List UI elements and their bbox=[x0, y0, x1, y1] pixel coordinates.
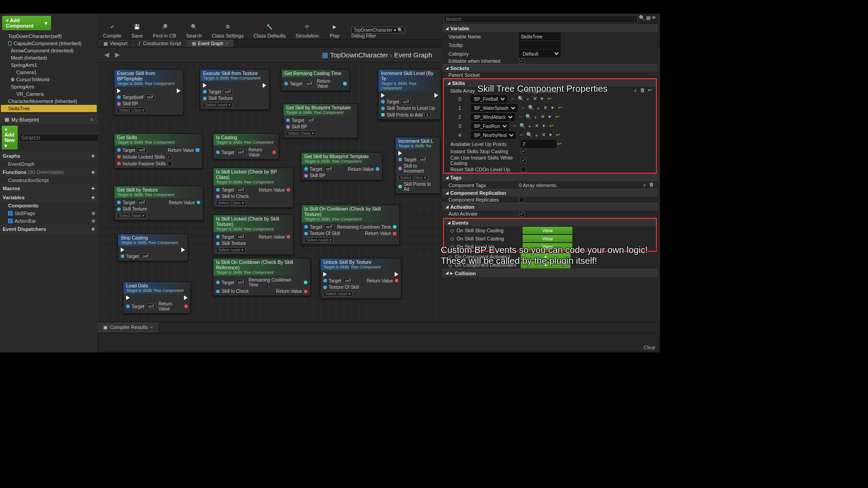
tree-mesh[interactable]: Mesh (Inherited) bbox=[1, 54, 97, 61]
tab-construction[interactable]: ƒ Construction Script bbox=[133, 40, 186, 47]
tree-arrow[interactable]: ArrowComponent (Inherited) bbox=[1, 47, 97, 54]
sec-events[interactable]: Events bbox=[444, 219, 656, 226]
trash-icon[interactable]: 🗑 bbox=[649, 182, 654, 188]
add-icon[interactable]: ＋ bbox=[533, 132, 539, 139]
add-var[interactable]: + bbox=[91, 194, 95, 201]
node-locked-tex[interactable]: Is Skill Locked (Check by Skill Texture)… bbox=[213, 215, 293, 255]
skillpage-var[interactable]: SkillPage◉ bbox=[0, 209, 98, 217]
skill-select[interactable]: BP_FireBall bbox=[471, 95, 507, 103]
my-blueprint-tab[interactable]: ▦ My Blueprint × bbox=[0, 115, 98, 124]
node-load-data[interactable]: Load DataTarget is Skills Tree Component… bbox=[123, 282, 191, 314]
skill-select[interactable]: BP_NearbyHeal bbox=[471, 131, 515, 139]
clear-button[interactable]: Clear bbox=[644, 345, 656, 350]
search-icon[interactable]: 🔍 bbox=[526, 132, 532, 139]
replicates-checkbox[interactable] bbox=[519, 197, 524, 202]
arrow-left-icon[interactable]: ← bbox=[521, 105, 526, 112]
node-get-skill-bp1[interactable]: Get Skill by Blueprint TemplateTarget is… bbox=[283, 103, 358, 138]
cat-functions[interactable]: Functions (30 Overridable)+ bbox=[0, 168, 98, 177]
node-cd-tex[interactable]: Is Skill On Cooldown (Check by Skill Tex… bbox=[301, 205, 400, 245]
sec-activation[interactable]: Activation bbox=[442, 203, 658, 211]
add-func[interactable]: + bbox=[91, 169, 95, 176]
close-icon[interactable]: × bbox=[226, 41, 228, 46]
reset-icon[interactable]: ↩ bbox=[554, 114, 560, 121]
add-component-button[interactable]: + Add Component▾ bbox=[2, 16, 51, 30]
reset-icon[interactable]: ↩ bbox=[547, 96, 552, 103]
sec-tags[interactable]: Tags bbox=[442, 174, 658, 181]
eventgraph-item[interactable]: EventGraph bbox=[0, 160, 98, 168]
reset-icon[interactable]: ↩ bbox=[647, 87, 652, 94]
reset-icon[interactable]: ↩ bbox=[557, 105, 562, 112]
reset-cd-checkbox[interactable] bbox=[521, 167, 526, 172]
remove-icon[interactable]: ✕ bbox=[540, 114, 545, 121]
my-bp-search[interactable] bbox=[19, 134, 100, 142]
view-button[interactable]: View bbox=[523, 235, 572, 242]
tree-camera1[interactable]: Camera1 bbox=[1, 69, 97, 76]
tree-cursor[interactable]: CursorToWorld bbox=[1, 76, 97, 83]
node-stop-casting[interactable]: Stop CastingTarget is Skills Tree Compon… bbox=[118, 234, 188, 261]
search-icon[interactable]: 🔍 bbox=[525, 114, 531, 121]
arrow-left-icon[interactable]: ← bbox=[518, 114, 524, 121]
sec-sockets[interactable]: Sockets bbox=[442, 64, 658, 72]
chevron-down-icon[interactable]: ▾ bbox=[548, 132, 553, 139]
sec-variable[interactable]: Variable bbox=[442, 24, 658, 32]
add-event-button[interactable]: + bbox=[521, 261, 571, 268]
trash-icon[interactable]: 🗑 bbox=[640, 87, 645, 94]
arrow-left-icon[interactable]: ← bbox=[512, 123, 518, 130]
skill-select[interactable]: BP_WaterSplash bbox=[471, 104, 517, 112]
tree-charmove[interactable]: CharacterMovement (Inherited) bbox=[1, 98, 97, 105]
compile-button[interactable]: ✔Compile bbox=[102, 21, 122, 38]
chevron-down-icon[interactable]: ▾ bbox=[547, 114, 552, 121]
node-get-skills[interactable]: Get SkillsTarget is Skills Tree Componen… bbox=[114, 133, 203, 169]
tree-springarm1[interactable]: SpringArm1 bbox=[1, 61, 97, 69]
arrow-left-icon[interactable]: ← bbox=[510, 96, 516, 103]
add-new-button[interactable]: + Add New ▾ bbox=[2, 126, 18, 150]
compiler-tab[interactable]: ▣ Compiler Results × bbox=[98, 323, 158, 332]
grid-icon[interactable]: ▦ bbox=[646, 15, 651, 23]
cat-dispatch[interactable]: Event Dispatchers+ bbox=[0, 225, 98, 234]
add-macro[interactable]: + bbox=[91, 185, 95, 192]
node-get-skill-bp2[interactable]: Get Skill by Blueprint TemplateTarget is… bbox=[301, 152, 382, 180]
close-icon[interactable]: × bbox=[90, 117, 93, 122]
search-icon[interactable]: 🔍 bbox=[528, 105, 533, 112]
search-button[interactable]: 🔍Search bbox=[185, 21, 203, 38]
cat-variables[interactable]: Variables+ bbox=[0, 193, 98, 202]
node-is-casting[interactable]: Is CastingTarget is Skills Tree Componen… bbox=[213, 133, 279, 160]
tree-springarm[interactable]: SpringArm bbox=[1, 83, 97, 90]
add-icon[interactable]: ＋ bbox=[527, 123, 532, 130]
view-button[interactable]: View bbox=[523, 243, 572, 250]
points-input[interactable] bbox=[521, 140, 556, 148]
chevron-down-icon[interactable]: ▾ bbox=[550, 105, 555, 112]
skill-select[interactable]: BP_WindAttack bbox=[471, 113, 514, 121]
play-button[interactable]: ▶Play bbox=[328, 21, 341, 38]
node-cd-ref[interactable]: Is Skill On Cooldown (Check By Skill Ref… bbox=[213, 258, 311, 296]
nav-fwd[interactable]: ► bbox=[112, 50, 123, 61]
tree-capsule[interactable]: CapsuleComponent (Inherited) bbox=[1, 40, 97, 47]
node-locked-bp[interactable]: Is Skill Locked (Check by BP Class)Targe… bbox=[213, 168, 293, 208]
node-get-casttime[interactable]: Get Remaing Casting Time Target selfRetu… bbox=[281, 69, 350, 91]
class-settings-button[interactable]: ⚙Class Settings bbox=[211, 21, 245, 38]
close-icon[interactable]: × bbox=[150, 324, 153, 330]
instant-stop-checkbox[interactable] bbox=[521, 149, 526, 154]
remove-icon[interactable]: ✕ bbox=[542, 105, 548, 112]
sec-replication[interactable]: Component Replication bbox=[442, 189, 658, 197]
tab-eventgraph[interactable]: ⊞ Event Graph × bbox=[187, 40, 233, 47]
tooltip-input[interactable] bbox=[519, 41, 561, 49]
search-icon[interactable]: 🔍 bbox=[518, 96, 523, 103]
sec-skills[interactable]: Skills bbox=[444, 79, 656, 87]
tab-viewport[interactable]: ▦ Viewport bbox=[99, 40, 132, 47]
nav-back[interactable]: ◄ bbox=[101, 50, 112, 61]
tree-root[interactable]: TopDownCharacter(self) bbox=[1, 33, 97, 40]
search-icon[interactable]: 🔍 bbox=[639, 15, 645, 23]
chevron-down-icon[interactable]: ▾ bbox=[541, 123, 547, 130]
add-event-button[interactable]: + bbox=[521, 253, 571, 260]
eye-icon[interactable]: ◉ bbox=[91, 210, 96, 216]
cat-graphs[interactable]: Graphs+ bbox=[0, 151, 98, 160]
eye-icon[interactable]: ◉ bbox=[91, 218, 96, 224]
view-button[interactable]: View bbox=[523, 227, 572, 234]
chevron-down-icon[interactable]: ▾ bbox=[539, 96, 545, 103]
sec-collision[interactable]: ▸ Collision bbox=[442, 269, 658, 277]
skill-select[interactable]: BP_FastRun bbox=[471, 122, 509, 130]
remove-icon[interactable]: ✕ bbox=[541, 132, 546, 139]
remove-icon[interactable]: ✕ bbox=[532, 96, 538, 103]
category-select[interactable]: Default bbox=[519, 50, 561, 57]
